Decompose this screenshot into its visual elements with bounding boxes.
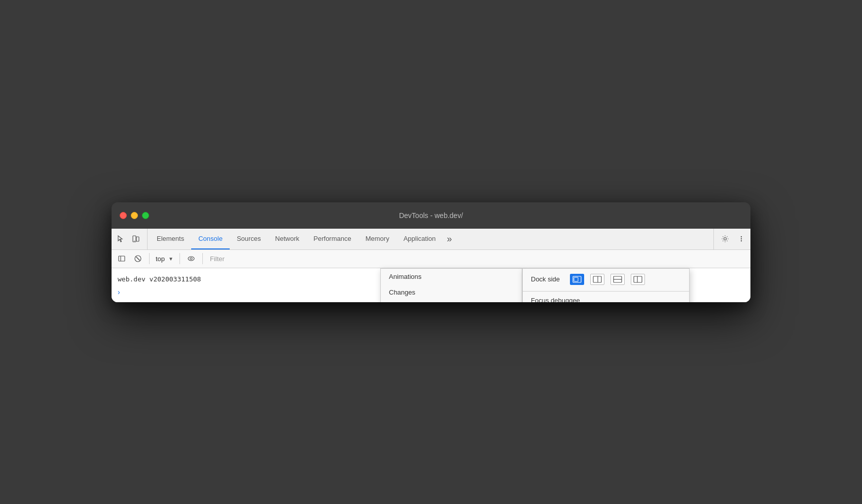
tabs-container: Elements Console Sources Network Perform… <box>150 229 713 249</box>
minimize-button[interactable] <box>131 212 138 219</box>
prompt-arrow-icon: › <box>118 288 120 296</box>
svg-rect-7 <box>119 256 125 261</box>
svg-point-3 <box>724 238 727 240</box>
tab-memory[interactable]: Memory <box>358 229 397 249</box>
separator-3 <box>202 253 203 264</box>
separator-1 <box>149 253 150 264</box>
tab-sources[interactable]: Sources <box>230 229 268 249</box>
menu-item-coverage[interactable]: Coverage <box>381 300 522 302</box>
dock-right-btn[interactable] <box>590 274 604 285</box>
clear-console-icon[interactable] <box>131 251 145 266</box>
svg-line-10 <box>136 257 140 261</box>
tab-performance[interactable]: Performance <box>306 229 358 249</box>
svg-point-2 <box>134 241 135 242</box>
more-tabs-button[interactable]: » <box>443 229 456 249</box>
inspect-element-icon[interactable] <box>114 232 128 246</box>
console-toolbar: top ▼ <box>112 250 750 268</box>
svg-rect-19 <box>634 276 642 282</box>
svg-point-4 <box>741 236 742 237</box>
dock-bottom-btn[interactable] <box>610 274 625 285</box>
show-sidebar-icon[interactable] <box>115 251 129 266</box>
eye-icon[interactable] <box>184 251 198 266</box>
menu-item-changes[interactable]: Changes <box>381 284 522 300</box>
devtools-body: Elements Console Sources Network Perform… <box>112 229 750 302</box>
tab-bar-right <box>713 229 748 249</box>
main-area: web.dev v202003311508 › Animations Chang… <box>112 268 750 302</box>
customize-devtools-icon[interactable] <box>734 232 748 246</box>
maximize-button[interactable] <box>142 212 149 219</box>
title-bar: DevTools - web.dev/ <box>112 202 750 229</box>
devtools-window: DevTools - web.dev/ <box>112 202 750 302</box>
svg-point-11 <box>188 257 194 261</box>
svg-rect-14 <box>574 277 578 281</box>
close-button[interactable] <box>120 212 127 219</box>
tab-bar-left-icons <box>114 229 148 249</box>
settings-item-focus-debuggee[interactable]: Focus debuggee <box>523 293 689 302</box>
tab-network[interactable]: Network <box>268 229 307 249</box>
tab-console[interactable]: Console <box>191 229 230 249</box>
menu-separator-1 <box>523 291 689 292</box>
svg-point-5 <box>741 238 742 239</box>
toggle-device-toolbar-icon[interactable] <box>129 232 143 246</box>
dock-left-btn[interactable] <box>631 274 645 285</box>
dock-undock-btn[interactable] <box>570 274 584 285</box>
separator-2 <box>179 253 180 264</box>
svg-rect-15 <box>593 276 601 282</box>
window-title: DevTools - web.dev/ <box>399 211 463 220</box>
more-tools-menu: Animations Changes Coverage JavaScript P… <box>380 268 522 302</box>
dock-side-row: Dock side <box>523 269 689 290</box>
settings-icon[interactable] <box>718 232 732 246</box>
frame-selector-wrap: top ▼ <box>154 254 175 264</box>
traffic-lights <box>120 212 149 219</box>
svg-point-6 <box>741 240 742 241</box>
menu-item-animations[interactable]: Animations <box>381 269 522 284</box>
filter-input[interactable] <box>207 254 747 264</box>
tab-application[interactable]: Application <box>397 229 443 249</box>
frame-select[interactable]: top <box>154 254 175 264</box>
svg-point-12 <box>190 258 192 260</box>
tab-elements[interactable]: Elements <box>150 229 191 249</box>
settings-dropdown-menu: Dock side <box>522 268 690 302</box>
tab-bar: Elements Console Sources Network Perform… <box>112 229 750 250</box>
dock-side-label: Dock side <box>531 275 560 283</box>
svg-rect-1 <box>136 237 139 241</box>
